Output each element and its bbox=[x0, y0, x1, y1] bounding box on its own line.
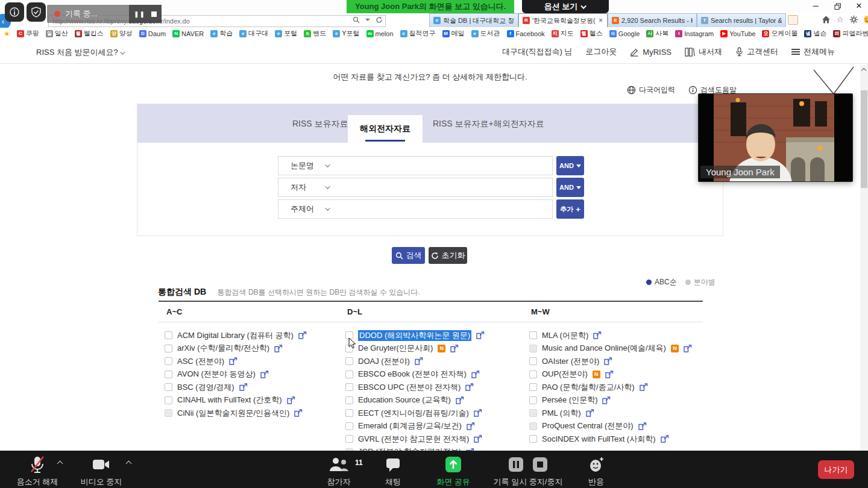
my-library-link[interactable]: 내서재 bbox=[685, 46, 722, 57]
db-label[interactable]: PML (의학) bbox=[542, 408, 581, 419]
db-checkbox[interactable] bbox=[529, 383, 537, 391]
pause-recording-icon[interactable]: ❚❚ bbox=[134, 11, 145, 17]
search-icon[interactable] bbox=[353, 16, 360, 23]
meeting-info-button[interactable] bbox=[5, 2, 24, 22]
chevron-down-icon[interactable] bbox=[365, 19, 370, 21]
new-tab-button[interactable] bbox=[788, 15, 798, 25]
field-type-select[interactable]: 논문명 bbox=[278, 160, 321, 171]
db-checkbox[interactable] bbox=[345, 357, 353, 365]
external-link-icon[interactable] bbox=[474, 409, 482, 417]
external-link-icon[interactable] bbox=[661, 435, 669, 443]
db-label[interactable]: OAIster (전분야) bbox=[542, 356, 599, 367]
multilingual-input-link[interactable]: 다국어입력 bbox=[627, 85, 675, 95]
db-label[interactable]: Education Source (교육학) bbox=[358, 395, 451, 405]
bookmark-item[interactable]: 지지도 bbox=[552, 29, 574, 38]
reactions-button[interactable]: 반응 bbox=[577, 455, 615, 487]
db-label[interactable]: MLA (어문학) bbox=[542, 330, 588, 341]
db-label[interactable]: ASC (전분야) bbox=[177, 356, 224, 367]
external-link-icon[interactable] bbox=[294, 409, 303, 417]
bookmark-item[interactable]: e포털 bbox=[275, 29, 297, 38]
browser-tab[interactable]: TSearch results | Taylor & Fran... bbox=[697, 13, 786, 27]
bookmark-item[interactable]: DDaum bbox=[139, 29, 166, 38]
tab-overseas-electronic[interactable]: 해외전자자료 bbox=[348, 115, 423, 143]
db-label[interactable]: CINAHL with FullText (간호학) bbox=[177, 395, 282, 405]
window-restore-button[interactable] bbox=[829, 0, 847, 12]
db-label[interactable]: Persée (인문학) bbox=[542, 395, 597, 405]
db-checkbox[interactable] bbox=[345, 422, 353, 430]
myriss-link[interactable]: MyRISS bbox=[630, 48, 671, 57]
bookmark-item[interactable]: eY포털 bbox=[333, 29, 359, 38]
external-link-icon[interactable] bbox=[415, 357, 423, 365]
unmute-button[interactable]: 음소거 해제 bbox=[8, 455, 66, 487]
db-label[interactable]: arXiv (수학/물리학/전산학) bbox=[177, 343, 269, 354]
db-checkbox[interactable] bbox=[345, 371, 353, 378]
external-link-icon[interactable] bbox=[260, 371, 269, 378]
db-checkbox[interactable] bbox=[165, 396, 172, 404]
db-checkbox[interactable] bbox=[345, 383, 353, 391]
external-link-icon[interactable] bbox=[471, 371, 480, 378]
bookmark-item[interactable]: 헬헬스 bbox=[580, 29, 603, 38]
external-link-icon[interactable] bbox=[593, 331, 602, 339]
db-label[interactable]: OUP(전분야) bbox=[542, 369, 588, 380]
db-checkbox[interactable] bbox=[529, 357, 537, 365]
bookmark-item[interactable]: IInstagram bbox=[675, 29, 714, 38]
external-link-icon[interactable] bbox=[287, 396, 295, 404]
bookmark-item[interactable]: 피피엘라벤 bbox=[833, 29, 868, 38]
db-label[interactable]: EBSCO eBook (전분야 전자책) bbox=[358, 369, 467, 380]
db-label[interactable]: EBSCO UPC (전분야 전자책) bbox=[358, 382, 461, 393]
external-link-icon[interactable] bbox=[274, 345, 283, 352]
search-button[interactable]: 검색 bbox=[392, 247, 425, 264]
bookmark-item[interactable]: 양양성 bbox=[110, 29, 133, 38]
field-type-select[interactable]: 저자 bbox=[278, 182, 321, 193]
tab-riss-plus-overseas[interactable]: RISS 보유자료+해외전자자료 bbox=[433, 119, 544, 130]
db-checkbox[interactable] bbox=[165, 409, 172, 417]
browser-tab[interactable]: e학술 DB | 대구대학교 창파도... bbox=[429, 13, 518, 27]
db-label[interactable]: AVON (전분야 동영상) bbox=[177, 369, 256, 380]
webcam-video-tile[interactable]: Young Joon Park bbox=[698, 93, 853, 182]
db-label[interactable]: PAO (문학/철학/종교/사학) bbox=[542, 382, 635, 393]
all-menu-button[interactable]: 전체메뉴 bbox=[791, 46, 835, 57]
bookmark-item[interactable]: 웰웰킵스 bbox=[75, 29, 104, 38]
db-checkbox[interactable] bbox=[529, 331, 537, 339]
view-options-button[interactable]: 옵션 보기 bbox=[522, 0, 609, 13]
first-visit-link[interactable]: RISS 처음 방문이세요? bbox=[36, 47, 125, 58]
external-link-icon[interactable] bbox=[450, 345, 459, 352]
external-link-icon[interactable] bbox=[298, 331, 307, 339]
bookmark-item[interactable]: C쿠팡 bbox=[17, 29, 39, 38]
stop-recording-icon[interactable] bbox=[151, 11, 157, 17]
db-label[interactable]: SocINDEX with FullText (사회학) bbox=[542, 434, 656, 445]
external-link-icon[interactable] bbox=[684, 345, 692, 352]
external-link-icon[interactable] bbox=[638, 422, 647, 430]
scroll-up-arrow-icon[interactable] bbox=[861, 68, 866, 73]
support-link[interactable]: 고객센터 bbox=[735, 46, 778, 57]
reset-button[interactable]: 초기화 bbox=[429, 247, 467, 264]
bookmark-item[interactable]: e질적연구 bbox=[400, 29, 436, 38]
db-label[interactable]: Emerald (회계금융/교육/보건) bbox=[358, 421, 462, 431]
window-close-button[interactable]: ✕ bbox=[850, 0, 868, 12]
external-link-icon[interactable] bbox=[456, 396, 464, 404]
external-link-icon[interactable] bbox=[467, 422, 475, 430]
db-checkbox[interactable] bbox=[165, 331, 172, 339]
bookmark-item[interactable]: 오오케이몰 bbox=[762, 29, 797, 38]
sort-abc-radio[interactable]: ABC순 bbox=[646, 277, 677, 287]
bookmark-item[interactable]: M메일 bbox=[442, 29, 465, 38]
home-icon[interactable] bbox=[822, 15, 831, 24]
stop-video-button[interactable]: 비디오 중지 bbox=[70, 455, 133, 487]
db-checkbox[interactable] bbox=[529, 435, 537, 443]
db-label[interactable]: ACM Digital Library (컴퓨터 공학) bbox=[177, 330, 294, 341]
external-link-icon[interactable] bbox=[640, 383, 648, 391]
field-type-select[interactable]: 주제어 bbox=[278, 204, 321, 214]
db-checkbox[interactable] bbox=[345, 396, 353, 404]
external-link-icon[interactable] bbox=[604, 357, 612, 365]
leave-meeting-button[interactable]: 나가기 bbox=[818, 460, 854, 479]
db-checkbox[interactable] bbox=[529, 396, 537, 404]
settings-gear-icon[interactable] bbox=[849, 15, 858, 24]
external-link-icon[interactable] bbox=[476, 331, 485, 339]
db-label[interactable]: GVRL (전분야 참고문헌 전자책) bbox=[358, 434, 469, 445]
tab-close-icon[interactable]: × bbox=[598, 16, 603, 25]
bookmark-item[interactable]: 일일산 bbox=[46, 29, 68, 38]
external-link-icon[interactable] bbox=[474, 435, 482, 443]
security-shield-button[interactable] bbox=[27, 2, 46, 22]
external-link-icon[interactable] bbox=[465, 383, 474, 391]
bookmark-item[interactable]: e도서관 bbox=[471, 29, 500, 38]
